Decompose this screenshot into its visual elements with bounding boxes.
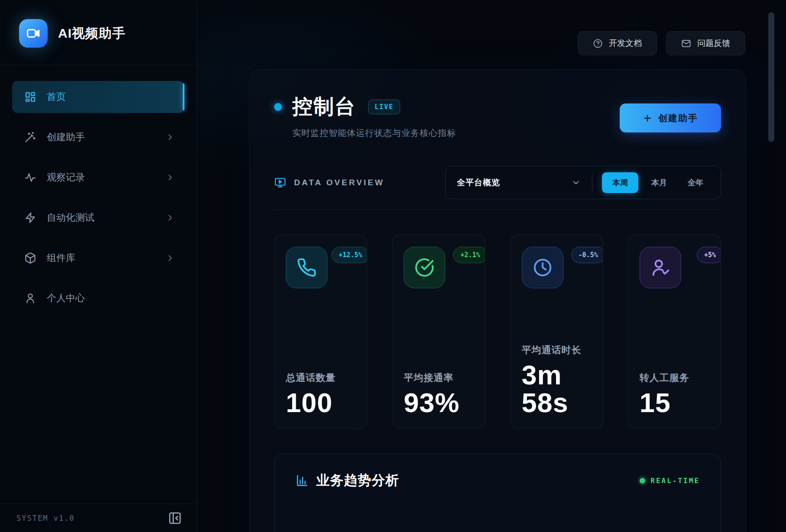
console-header: 控制台 LIVE 实时监控智能体运行状态与业务核心指标 创建助手 [274,93,721,139]
green-status-dot [640,478,645,484]
tab-week[interactable]: 本周 [602,172,638,193]
chevron-right-icon [165,132,175,142]
console-panel: 控制台 LIVE 实时监控智能体运行状态与业务核心指标 创建助手 DATA OV… [249,69,746,532]
change-badge: -0.5% [571,247,603,263]
mail-icon [681,39,691,48]
sidebar-item-personal-center[interactable]: 个人中心 [12,282,184,314]
change-badge: +5% [697,247,721,263]
sidebar-nav: 首页 创建助手 观察记录 [0,65,197,314]
sidebar-item-label: 观察记录 [47,171,155,184]
sidebar-item-label: 自动化测试 [47,211,155,224]
sidebar-item-label: 创建助手 [47,131,155,144]
user-icon [24,292,36,304]
create-assistant-label: 创建助手 [658,112,698,124]
sidebar-footer: SYSTEM v1.0 [0,503,197,532]
cube-icon [24,252,36,264]
phone-icon [297,258,317,277]
app-logo [19,19,48,48]
stat-label: 平均接通率 [404,371,473,384]
lightning-bolt-icon [24,212,36,224]
sidebar: AI视频助手 首页 创建助手 [0,0,197,532]
trend-analysis-card: 业务趋势分析 REAL-TIME [274,454,721,532]
plus-icon [643,113,652,123]
overview-toolbar: 全平台概览 本周 本月 全年 [445,166,721,199]
app-title: AI视频助手 [58,25,126,42]
stat-label: 平均通话时长 [522,344,592,357]
bar-chart-icon [295,474,308,487]
stat-value: 3m 58s [522,361,592,417]
help-circle-icon [593,39,603,48]
sidebar-item-observe-records[interactable]: 观察记录 [12,161,184,193]
sidebar-item-home[interactable]: 首页 [12,81,184,113]
feedback-label: 问题反馈 [697,38,730,49]
stat-label: 总通话数量 [286,371,356,384]
feedback-button[interactable]: 问题反馈 [666,31,745,55]
brand: AI视频助手 [0,0,197,65]
clock-icon [533,258,553,277]
activity-pulse-icon [24,171,36,184]
sidebar-item-label: 个人中心 [47,292,175,305]
stat-value: 15 [640,389,709,416]
stat-value: 93% [404,389,473,416]
dev-docs-label: 开发文档 [609,38,642,49]
tab-year[interactable]: 全年 [680,172,711,193]
stat-icon-box [640,247,681,288]
live-badge: LIVE [368,100,400,114]
page-title: 控制台 [292,93,356,120]
stat-card-avg-duration: -0.5% 平均通话时长 3m 58s [510,234,603,429]
section-label: DATA OVERVIEW [294,178,385,187]
magic-wand-icon [24,131,36,143]
stat-value: 100 [286,389,356,416]
tab-month[interactable]: 本月 [644,172,675,193]
stat-card-answer-rate: +2.1% 平均接通率 93% [392,234,485,429]
stat-card-human-transfer: +5% 转人工服务 15 [628,234,721,429]
collapse-sidebar-button[interactable] [168,511,182,525]
sidebar-item-component-library[interactable]: 组件库 [12,242,184,274]
vertical-scrollbar-thumb[interactable] [768,12,774,142]
stat-icon-box [522,247,563,288]
change-badge: +12.5% [331,247,367,263]
realtime-label: REAL-TIME [650,477,700,485]
chevron-right-icon [165,213,175,222]
system-version-label: SYSTEM v1.0 [16,514,75,522]
sidebar-item-automated-testing[interactable]: 自动化测试 [12,202,184,234]
status-pulse-dot [274,103,282,111]
change-badge: +2.1% [453,247,485,263]
monitor-play-icon [274,177,286,189]
sidebar-item-label: 组件库 [47,251,155,264]
platform-filter-select[interactable]: 全平台概览 [446,177,592,188]
stats-grid: +12.5% 总通话数量 100 +2.1% 平均接通率 93% [274,234,721,429]
dev-docs-button[interactable]: 开发文档 [578,31,657,55]
page-subtitle: 实时监控智能体运行状态与业务核心指标 [292,127,456,139]
trend-title: 业务趋势分析 [316,471,399,490]
dashboard-grid-icon [24,91,36,103]
video-camera-icon [26,26,41,41]
chevron-right-icon [165,173,175,182]
stat-icon-box [286,247,327,288]
create-assistant-button[interactable]: 创建助手 [620,103,721,132]
user-check-icon [650,258,670,277]
sidebar-item-label: 首页 [47,90,175,103]
stat-icon-box [404,247,445,288]
sidebar-item-create-assistant[interactable]: 创建助手 [12,121,184,153]
section-divider [274,210,721,210]
chevron-down-icon [571,178,581,187]
realtime-status: REAL-TIME [640,477,700,485]
console-title-block: 控制台 LIVE 实时监控智能体运行状态与业务核心指标 [274,93,456,139]
stat-label: 转人工服务 [640,371,709,384]
data-overview-row: DATA OVERVIEW 全平台概览 本周 本月 全年 [274,166,721,199]
platform-filter-value: 全平台概览 [457,177,500,188]
panel-collapse-icon [168,511,182,525]
stat-card-total-calls: +12.5% 总通话数量 100 [274,234,367,429]
check-circle-icon [414,258,434,277]
chevron-right-icon [165,253,175,263]
period-tabs: 本周 本月 全年 [592,172,721,193]
